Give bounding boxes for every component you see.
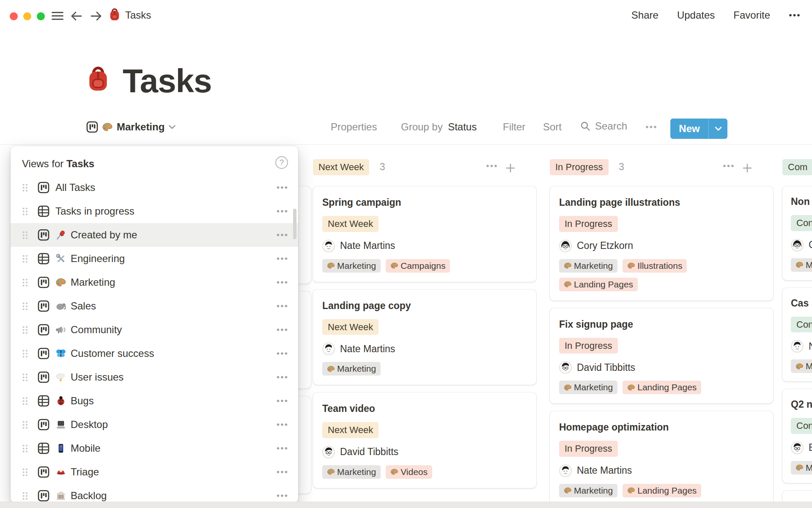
new-dropdown-button[interactable] bbox=[709, 126, 727, 131]
task-card[interactable]: Landing page illustrations In Progress C… bbox=[550, 186, 773, 301]
board-column-completed-clipped: Com Non Con C M Cas Con N M Q2 n bbox=[782, 159, 812, 508]
task-card[interactable]: Team video Next Week David Tibbitts Mark… bbox=[313, 392, 536, 488]
tag-label: Marketing bbox=[574, 486, 613, 496]
close-button[interactable] bbox=[10, 12, 18, 20]
sidebar-menu-icon[interactable] bbox=[52, 12, 63, 22]
updates-button[interactable]: Updates bbox=[677, 9, 715, 21]
search-button[interactable]: Search bbox=[580, 120, 627, 132]
drag-handle-icon[interactable] bbox=[22, 491, 28, 500]
storm-cloud-emoji-icon bbox=[55, 372, 66, 383]
task-card[interactable]: Non Con C M bbox=[782, 186, 812, 280]
view-more-icon[interactable] bbox=[276, 328, 288, 331]
sort-button[interactable]: Sort bbox=[543, 121, 562, 133]
view-row-sales[interactable]: Sales bbox=[11, 294, 298, 318]
view-row-customer-success[interactable]: Customer success bbox=[11, 342, 298, 365]
panel-scrollbar-thumb[interactable] bbox=[293, 209, 296, 239]
task-card[interactable]: Landing page copy Next Week Nate Martins… bbox=[313, 290, 536, 385]
palette-emoji-icon bbox=[327, 365, 335, 373]
task-card[interactable]: Cas Con N M bbox=[782, 288, 812, 382]
drag-handle-icon[interactable] bbox=[22, 420, 28, 429]
view-more-icon[interactable] bbox=[276, 257, 288, 260]
drag-handle-icon[interactable] bbox=[22, 444, 28, 453]
view-row-backlog[interactable]: Backlog bbox=[11, 484, 298, 503]
view-row-marketing[interactable]: Marketing bbox=[11, 271, 298, 294]
chevron-down-icon bbox=[715, 126, 722, 131]
group-by-button[interactable]: Group by Status bbox=[401, 121, 477, 133]
drag-handle-icon[interactable] bbox=[22, 302, 28, 311]
view-more-icon[interactable] bbox=[276, 494, 288, 497]
view-more-icon[interactable] bbox=[276, 186, 288, 189]
filter-button[interactable]: Filter bbox=[503, 121, 525, 133]
column-status-badge[interactable]: In Progress bbox=[550, 159, 609, 175]
tag-label: M bbox=[806, 361, 812, 371]
view-more-icon[interactable] bbox=[276, 375, 288, 379]
task-card[interactable]: Fix signup page In Progress David Tibbit… bbox=[550, 308, 773, 404]
view-switcher[interactable]: Marketing bbox=[86, 121, 176, 133]
view-more-icon[interactable] bbox=[276, 470, 288, 474]
tag-label: Landing Pages bbox=[574, 279, 633, 290]
favorite-button[interactable]: Favorite bbox=[733, 9, 770, 21]
back-arrow-icon[interactable] bbox=[70, 10, 83, 22]
tag-label: Landing Pages bbox=[637, 486, 697, 496]
drag-handle-icon[interactable] bbox=[22, 278, 28, 287]
drag-handle-icon[interactable] bbox=[22, 183, 28, 192]
drag-handle-icon[interactable] bbox=[22, 349, 28, 358]
toolbar-more-icon[interactable] bbox=[645, 125, 657, 129]
properties-button[interactable]: Properties bbox=[331, 121, 377, 133]
table-view-icon bbox=[38, 442, 49, 454]
view-row-created-by-me[interactable]: Created by me bbox=[11, 223, 298, 247]
bottom-scroll-strip[interactable] bbox=[0, 502, 812, 508]
view-row-bugs[interactable]: Bugs bbox=[11, 389, 298, 413]
column-status-badge[interactable]: Next Week bbox=[313, 159, 369, 175]
tag-label: Marketing bbox=[337, 364, 376, 374]
view-row-triage[interactable]: Triage bbox=[11, 460, 298, 484]
zoom-button[interactable] bbox=[37, 12, 45, 20]
view-row-desktop[interactable]: Desktop bbox=[11, 413, 298, 436]
card-title: Landing page illustrations bbox=[559, 196, 764, 209]
view-row-community[interactable]: Community bbox=[11, 318, 298, 342]
drag-handle-icon[interactable] bbox=[22, 373, 28, 382]
column-add-icon[interactable] bbox=[742, 163, 753, 174]
page-title[interactable]: Tasks bbox=[123, 62, 211, 100]
column-add-icon[interactable] bbox=[505, 163, 516, 174]
help-icon[interactable]: ? bbox=[275, 156, 288, 169]
view-row-user-issues[interactable]: User issues bbox=[11, 365, 298, 389]
view-more-icon[interactable] bbox=[276, 304, 288, 308]
minimize-button[interactable] bbox=[23, 12, 31, 20]
view-row-engineering[interactable]: Engineering bbox=[11, 247, 298, 271]
task-card[interactable]: Homepage optimization In Progress Nate M… bbox=[550, 411, 773, 507]
view-label: Desktop bbox=[71, 419, 276, 431]
card-tags: Marketing Illustrations Landing Pages bbox=[559, 259, 764, 291]
forward-arrow-icon[interactable] bbox=[90, 10, 102, 22]
palette-emoji-icon bbox=[327, 262, 335, 270]
task-card[interactable]: Q2 n Con B M bbox=[782, 389, 812, 483]
drag-handle-icon[interactable] bbox=[22, 231, 28, 240]
view-more-icon[interactable] bbox=[276, 233, 288, 237]
column-status-badge[interactable]: Com bbox=[782, 159, 812, 175]
drag-handle-icon[interactable] bbox=[22, 326, 28, 334]
card-assignee: N bbox=[791, 340, 812, 353]
drag-handle-icon[interactable] bbox=[22, 468, 28, 477]
view-more-icon[interactable] bbox=[276, 423, 288, 426]
column-more-icon[interactable] bbox=[486, 164, 497, 168]
titlebar-more-icon[interactable] bbox=[789, 14, 800, 17]
page-icon-backpack[interactable] bbox=[85, 63, 111, 93]
view-more-icon[interactable] bbox=[276, 352, 288, 355]
view-more-icon[interactable] bbox=[276, 447, 288, 450]
view-more-icon[interactable] bbox=[276, 210, 288, 213]
drag-handle-icon[interactable] bbox=[22, 397, 28, 406]
column-more-icon[interactable] bbox=[723, 164, 734, 168]
view-row-mobile[interactable]: Mobile bbox=[11, 436, 298, 460]
task-card[interactable]: Spring campaign Next Week Nate Martins M… bbox=[313, 186, 536, 282]
drag-handle-icon[interactable] bbox=[22, 207, 28, 216]
view-more-icon[interactable] bbox=[276, 399, 288, 403]
share-button[interactable]: Share bbox=[631, 9, 658, 21]
palette-emoji-icon bbox=[390, 468, 398, 476]
card-assignee: Nate Martins bbox=[322, 342, 527, 355]
avatar bbox=[322, 342, 335, 355]
new-button[interactable]: New bbox=[670, 119, 727, 139]
view-row-tasks-in-progress[interactable]: Tasks in progress bbox=[11, 199, 298, 223]
view-row-all-tasks[interactable]: All Tasks bbox=[11, 176, 298, 199]
drag-handle-icon[interactable] bbox=[22, 254, 28, 263]
view-more-icon[interactable] bbox=[276, 281, 288, 284]
